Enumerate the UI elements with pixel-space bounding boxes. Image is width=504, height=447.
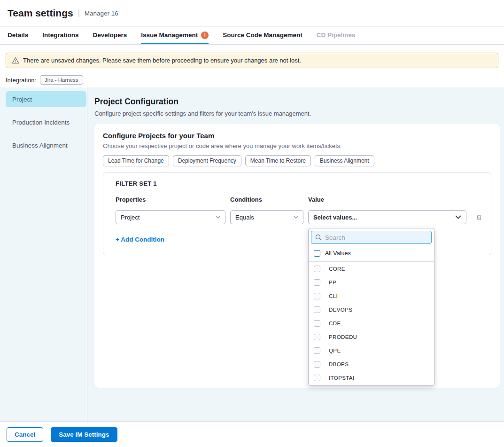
project-options-list: CORE PP CLI DEVOPS CDE PRODEDU QPE DBOPS…	[309, 262, 434, 386]
column-label-value: Value	[308, 196, 466, 203]
tag-business-alignment: Business Alignment	[315, 155, 374, 166]
section-subtitle: Configure project-specific settings and …	[94, 110, 500, 117]
team-settings-page: Team settings | Manager 16 Details Integ…	[0, 0, 504, 447]
unsaved-changes-banner: There are unsaved changes. Please save t…	[6, 53, 498, 68]
configure-projects-card: Configure Projects for your Team Choose …	[94, 124, 500, 388]
option-itopstai[interactable]: ITOPSTAI	[309, 371, 434, 384]
sidebar-item-business-alignment[interactable]: Business Alignment	[0, 137, 87, 153]
option-dbops[interactable]: DBOPS	[309, 357, 434, 371]
filter-grid: Properties Conditions Value Project Equa…	[116, 196, 479, 224]
footer-action-bar: Cancel Save IM Settings	[0, 421, 504, 447]
settings-tab-bar: Details Integrations Developers Issue Ma…	[0, 27, 504, 45]
option-checkbox[interactable]	[314, 293, 320, 299]
option-cde[interactable]: CDE	[309, 316, 434, 330]
chevron-down-icon	[216, 216, 220, 219]
main-panel: Project Configuration Configure project-…	[87, 87, 504, 421]
metric-tags-row: Lead Time for Change Deployment Frequenc…	[103, 155, 491, 166]
tag-mean-time-to-restore: Mean Time to Restore	[245, 155, 311, 166]
delete-filter-row-button[interactable]	[471, 210, 482, 224]
trash-icon	[476, 214, 482, 221]
warning-triangle-icon	[12, 57, 19, 64]
option-prodedu[interactable]: PRODEDU	[309, 330, 434, 344]
chevron-down-icon	[294, 216, 298, 219]
unsaved-changes-badge-icon: !	[201, 31, 209, 39]
tab-source-code-management[interactable]: Source Code Management	[223, 27, 302, 44]
integration-label: Integration:	[6, 77, 36, 84]
page-header: Team settings | Manager 16	[0, 0, 504, 27]
option-checkbox[interactable]	[314, 334, 320, 340]
value-multiselect[interactable]: Select values...	[308, 210, 466, 224]
option-checkbox[interactable]	[314, 306, 320, 313]
dropdown-search-box	[311, 231, 432, 244]
tab-details[interactable]: Details	[8, 27, 28, 44]
tag-deployment-frequency: Deployment Frequency	[173, 155, 241, 166]
tab-issue-management[interactable]: Issue Management !	[141, 27, 209, 44]
option-pipe[interactable]: PIPE	[309, 384, 434, 386]
all-values-option[interactable]: All Values	[309, 246, 434, 262]
option-core[interactable]: CORE	[309, 262, 434, 275]
search-icon	[315, 234, 322, 241]
all-values-checkbox[interactable]	[314, 250, 320, 257]
column-label-properties: Properties	[116, 196, 225, 203]
value-dropdown-panel: All Values CORE PP CLI DEVOPS CDE PRODED…	[308, 228, 434, 386]
property-select[interactable]: Project	[116, 210, 225, 224]
banner-text: There are unsaved changes. Please save t…	[23, 57, 301, 64]
option-pp[interactable]: PP	[309, 275, 434, 289]
sidebar-item-production-incidents[interactable]: Production Incidents	[0, 114, 87, 130]
option-checkbox[interactable]	[314, 279, 320, 286]
option-devops[interactable]: DEVOPS	[309, 303, 434, 316]
save-im-settings-button[interactable]: Save IM Settings	[51, 427, 117, 442]
tab-developers[interactable]: Developers	[93, 27, 127, 44]
option-checkbox[interactable]	[314, 361, 320, 368]
condition-select[interactable]: Equals	[230, 210, 303, 224]
option-qpe[interactable]: QPE	[309, 344, 434, 357]
option-checkbox[interactable]	[314, 347, 320, 354]
title-divider: |	[78, 9, 80, 17]
config-sidebar: Project Production Incidents Business Al…	[0, 87, 87, 421]
card-subtitle: Choose your respective project or code a…	[103, 142, 491, 149]
column-label-conditions: Conditions	[230, 196, 303, 203]
page-title: Team settings	[8, 8, 73, 19]
chevron-down-icon	[455, 215, 461, 219]
cancel-button[interactable]: Cancel	[7, 427, 43, 442]
option-checkbox[interactable]	[314, 375, 320, 381]
tab-integrations[interactable]: Integrations	[42, 27, 78, 44]
card-title: Configure Projects for your Team	[103, 132, 491, 140]
content-area: Project Production Incidents Business Al…	[0, 87, 504, 421]
search-input[interactable]	[325, 234, 427, 241]
integration-row: Integration: Jira - Harness	[6, 75, 498, 85]
add-condition-button[interactable]: + Add Condition	[116, 236, 164, 243]
filter-set-title: FILTER SET 1	[116, 180, 479, 187]
option-cli[interactable]: CLI	[309, 289, 434, 303]
all-values-label: All Values	[325, 250, 351, 257]
section-title: Project Configuration	[94, 97, 500, 107]
sidebar-item-project[interactable]: Project	[6, 91, 86, 107]
option-checkbox[interactable]	[314, 266, 320, 272]
tab-cd-pipelines: CD Pipelines	[317, 27, 356, 44]
tag-lead-time-for-change: Lead Time for Change	[103, 155, 169, 166]
integration-chip[interactable]: Jira - Harness	[40, 75, 83, 85]
option-checkbox[interactable]	[314, 320, 320, 327]
filter-set-1: FILTER SET 1 Properties Conditions Value…	[103, 173, 491, 255]
team-name: Manager 16	[85, 10, 118, 17]
